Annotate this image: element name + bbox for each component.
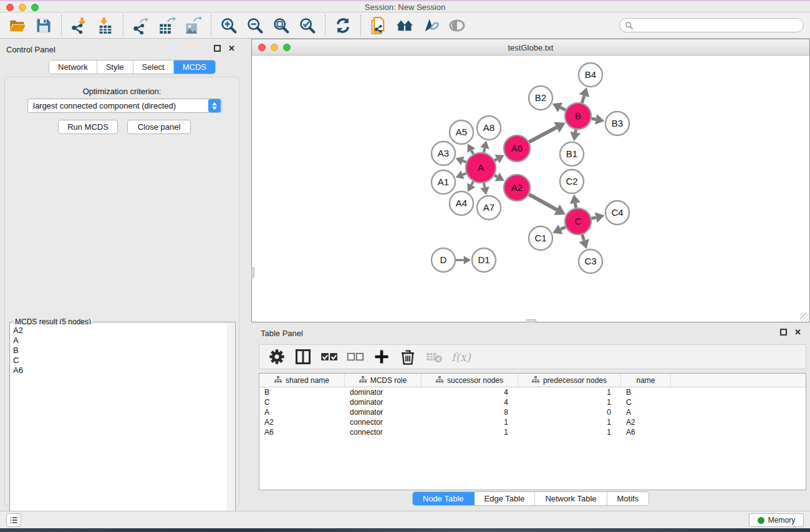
tab-select[interactable]: Select [133,60,174,74]
mcds-result-scrollbar[interactable] [227,323,234,532]
export-image-icon[interactable] [183,16,203,35]
tab-network[interactable]: Network [49,60,97,74]
graph-edge-A-A4[interactable] [471,181,473,185]
close-panel-icon[interactable]: ✕ [228,45,235,52]
mcds-result-box: MCDS result (5 nodes) A2ABCA6 [9,322,236,532]
mcds-result-item[interactable]: A2 [13,326,224,336]
graph-edge-A6-B[interactable] [529,127,556,142]
graph-edge-arrowhead [480,186,489,195]
float-panel-icon[interactable] [780,329,787,336]
table-cell: dominator [345,397,422,407]
table-panel-window-buttons: ✕ [780,329,801,336]
column-header-shared-name[interactable]: shared name [259,374,345,387]
run-mcds-button[interactable]: Run MCDS [58,120,118,134]
search-field[interactable] [619,18,804,32]
mcds-result-item[interactable]: B [13,346,224,355]
graph-edge-A-A6[interactable] [494,159,497,160]
window-resize-handle-left[interactable] [251,268,254,278]
window-resize-grip[interactable] [800,312,809,321]
export-table-icon[interactable] [157,16,177,35]
tab-node-table[interactable]: Node Table [413,492,475,505]
graph-edge-A2-C[interactable] [529,195,557,210]
graph-edge-C-C1[interactable] [561,227,566,230]
refresh-icon[interactable] [333,16,353,35]
graph-edge-B-B4[interactable] [582,95,584,102]
show-hide-icon[interactable] [447,16,467,35]
table-cell: A [259,407,345,417]
new-network-from-selection-icon[interactable] [369,16,388,35]
add-column-icon[interactable] [373,347,390,366]
zoom-fit-icon[interactable] [271,16,291,35]
graph-edge-A-A5[interactable] [471,150,473,154]
graph-edge-A-A2[interactable] [494,175,498,177]
graph-edge-C-C2[interactable] [575,203,576,208]
graph-node-label: B2 [535,92,546,103]
zoom-out-icon[interactable] [245,16,265,35]
mcds-result-item[interactable]: A6 [13,365,224,375]
graph-edge-arrowhead [595,212,605,223]
style-icon[interactable] [421,16,441,35]
tab-edge-table[interactable]: Edge Table [475,492,536,505]
graph-edge-arrowhead [595,114,604,125]
graph-edge-A-A8[interactable] [484,148,485,153]
table-panel: Table Panel ✕ f(x) shared nameMCDS roles… [251,324,810,511]
search-input[interactable] [634,19,803,31]
function-builder-icon[interactable]: f(x) [451,351,471,364]
zoom-in-icon[interactable] [219,16,239,35]
tab-network-table[interactable]: Network Table [535,492,607,505]
app-titlebar: Session: New Session [0,0,810,12]
tab-motifs[interactable]: Motifs [607,492,649,505]
save-session-icon[interactable] [34,16,54,35]
home-icon[interactable] [395,16,415,35]
graph-edge-B-B1[interactable] [576,130,576,133]
column-header-label: name [636,376,655,385]
close-panel-button[interactable]: Close panel [127,120,191,134]
tab-mcds[interactable]: MCDS [174,60,215,74]
graph-edge-B-B2[interactable] [561,107,566,110]
delete-table-icon[interactable] [425,347,443,366]
hierarchy-icon [532,376,539,385]
table-row[interactable]: Bdominator41B [259,387,806,397]
tab-style[interactable]: Style [97,60,133,74]
column-header-MCDS-role[interactable]: MCDS role [345,374,422,387]
column-header-successor-nodes[interactable]: successor nodes [422,374,518,387]
column-browser-icon[interactable] [294,347,312,366]
window-resize-handle-bottom[interactable] [526,319,536,322]
graph-edge-A-A7[interactable] [484,183,485,187]
mcds-result-item[interactable]: C [13,355,224,365]
graph-edge-C-C3[interactable] [582,235,584,241]
graph-node-label: A [478,162,484,173]
task-history-button[interactable] [6,513,21,527]
close-panel-icon[interactable]: ✕ [794,329,801,336]
graph-edge-B-B3[interactable] [592,118,596,119]
table-cell: connector [345,417,422,427]
graph-node-label: C3 [584,256,596,266]
network-canvas[interactable]: AA6A2BCA1A3A4A5A7A8B1B2B3B4C1C2C3C4DD1 [252,56,809,322]
select-all-icon[interactable] [321,347,338,366]
optimization-criterion-select[interactable]: largest connected component (directed) [27,99,222,113]
delete-column-icon[interactable] [399,347,417,366]
table-row[interactable]: Adominator80A [259,407,806,417]
table-row[interactable]: Cdominator41C [259,397,806,407]
unselect-all-icon[interactable] [347,347,364,366]
column-header-predecessor-nodes[interactable]: predecessor nodes [518,374,621,387]
open-session-icon[interactable] [7,16,27,35]
float-panel-icon[interactable] [214,45,221,52]
hierarchy-icon [274,376,282,385]
node-table: shared nameMCDS rolesuccessor nodesprede… [259,373,806,490]
table-row[interactable]: A2connector11A2 [259,417,806,427]
settings-gear-icon[interactable] [268,347,286,366]
import-network-icon[interactable] [69,16,89,35]
control-panel-title: Control Panel [6,45,55,54]
graph-edge-C-C4[interactable] [591,218,595,219]
export-network-icon[interactable] [131,16,151,35]
graph-edge-A-A1[interactable] [463,173,466,175]
zoom-selected-icon[interactable] [297,16,317,35]
table-row[interactable]: A6connector11A6 [259,427,806,437]
graph-edge-A-A3[interactable] [463,161,466,162]
column-header-name[interactable]: name [621,374,671,387]
network-window-titlebar[interactable]: testGlobe.txt [252,39,809,56]
mcds-result-item[interactable]: A [13,336,224,346]
memory-button[interactable]: Memory [749,513,804,527]
import-table-icon[interactable] [95,16,115,35]
